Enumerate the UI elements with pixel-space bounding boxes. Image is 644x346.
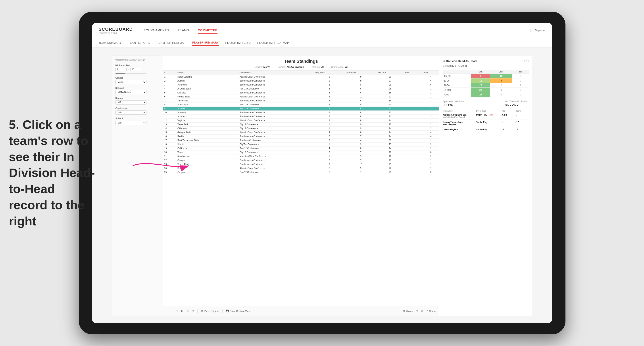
share-icon: ↗ [426,310,428,312]
table-row[interactable]: 12 Virginia Atlantic Coast Conference 3 … [163,119,439,123]
cell-school: Texas [176,151,238,155]
table-row[interactable]: 20 Texas Big 12 Conference 3 7 20 0 [163,151,439,155]
cell-no-tour: 18 [377,99,403,103]
eye-icon: 👁 [201,310,203,312]
cell-win: 0 [423,170,439,174]
cell-reg-rank: 3 [314,91,345,95]
cell-rnds [403,79,423,83]
paste-button[interactable]: ⊡ [186,310,188,312]
school-select[interactable]: (All) [116,121,146,125]
table-row[interactable]: 14 Oklahoma Big 12 Conference 1 9 24 2 [163,127,439,131]
nav-item-committee[interactable]: COMMITTEE [198,27,218,34]
table-row[interactable]: 21 New Mexico Mountain West Conference 1… [163,155,439,159]
sub-nav-team-h2h-heatmap[interactable]: TEAM H2H HEATMAP [157,40,186,45]
copy-button[interactable]: ⊞ [181,310,183,312]
table-row[interactable]: 23 Texas A&M Southeastern Conference 9 1… [163,163,439,166]
table-row[interactable]: 16 Florida Southeastern Conference 7 7 2… [163,135,439,139]
table-row[interactable]: 11 Arkansas Southeastern Conference 6 8 … [163,115,439,119]
redo-button[interactable]: ↪ [176,310,178,312]
cell-reg-rank: 4 [314,99,345,103]
table-row[interactable]: 17 East Tennessee State Southern Confere… [163,139,439,143]
cell-conference: Big 12 Conference [238,151,314,155]
table-row[interactable]: 10 Alabama Southeastern Conference 5 8 2… [163,111,439,115]
table-row[interactable]: 5 Ole Miss Southeastern Conference 3 6 1… [163,91,439,95]
table-row[interactable]: 6 Florida State Atlantic Coast Conferenc… [163,95,439,99]
table-row[interactable]: 1 North Carolina Atlantic Coast Conferen… [163,75,439,79]
tourn-col-pos: Pos [502,110,514,112]
cell-conf-rank: 9 [345,127,377,131]
bottom-toolbar: ↩ ⟩ ↪ ⊞ ⊡ ◷ 👁 View: Original [163,306,439,316]
h2h-team-name: University of Arizona [443,64,529,67]
redo-step-button[interactable]: ⟩ [172,310,172,312]
cell-rank: 17 [163,139,176,143]
table-row[interactable]: 7 Tennessee Southeastern Conference 4 6 … [163,99,439,103]
h2h-tournament-header: Tournament Event Type Pos Score [443,110,529,113]
table-row[interactable]: 3 Vanderbilt Southeastern Conference 2 8… [163,83,439,87]
cell-rank: 22 [163,159,176,163]
h2h-opponents-value: 99.1% [443,103,464,107]
division-select[interactable]: NCAA Division I [116,90,146,94]
table-row[interactable]: 19 California Pac-12 Conference 4 8 24 2 [163,147,439,151]
table-row[interactable]: 25 Oregon Pac-12 Conference 5 7 21 0 [163,170,439,174]
sub-nav-team-summary[interactable]: TEAM SUMMARY [99,40,122,45]
cell-conf-rank: 7 [345,135,377,139]
h2h-close-button[interactable]: ✕ [524,59,529,63]
view-original-button[interactable]: 👁 View: Original [201,310,219,312]
region-select[interactable]: N/A [116,100,146,105]
table-row[interactable]: 18 Illinois Big Ten Conference 1 9 23 3 [163,143,439,147]
region-filter: Region N/A [116,97,160,105]
rounds-slider[interactable] [116,73,146,74]
cell-rank: 19 [163,147,176,151]
conference-select[interactable]: (All) [116,111,146,115]
update-time: Update time: 27/03/2024 16:56:26 [116,59,160,61]
cell-win: 1 [423,139,439,143]
h2h-header: In Division Head-to-Head ✕ [443,59,529,63]
cell-rank: 4 [163,87,176,91]
table-row[interactable]: 2 Auburn Southeastern Conference 1 9 27 … [163,79,439,83]
h2h-tie-51-100: 0 [512,88,529,92]
h2h-col-label [443,70,472,74]
save-icon: 💾 [226,310,229,312]
cell-rnds [403,83,423,87]
sub-nav-player-h2h-grid[interactable]: PLAYER H2H GRID [225,40,251,45]
cell-conference: Pac-12 Conference [238,147,314,151]
table-row[interactable]: 9 Arizona Pac-12 Conference 5 8 23 3 [163,107,439,111]
watch-button[interactable]: 👁 Watch [403,310,413,312]
grid-button[interactable]: ⊞ [421,310,423,312]
max-rounds-input[interactable] [130,68,141,71]
cell-conf-rank: 9 [345,166,377,170]
nav-item-teams[interactable]: TEAMS [178,27,189,34]
table-row[interactable]: 13 Texas Tech Big 12 Conference 1 9 27 2 [163,123,439,127]
conference-filter: Conference (All) [116,107,160,115]
min-rounds-input[interactable] [116,68,126,71]
gender-select[interactable]: Men's [116,80,146,84]
table-row[interactable]: 8 Washington Pac-12 Conference 2 8 23 1 [163,103,439,107]
cell-win: 4 [423,131,439,135]
share-button[interactable]: ↗ Share [426,310,436,312]
h2h-opponents-section: Opponents in division: 99.1% [443,100,464,107]
cell-reg-rank: 5 [314,166,345,170]
sign-out-button[interactable]: Sign out [530,29,546,32]
table-row[interactable]: 15 Georgia Tech Atlantic Coast Conferenc… [163,131,439,135]
cell-rank: 8 [163,103,176,107]
sub-nav-team-h2h-grid[interactable]: TEAM H2H GRID [128,40,150,45]
layout-button[interactable]: □ [416,310,418,312]
cell-rank: 10 [163,111,176,115]
table-title: Team Standings [168,59,435,64]
tourn-name-1: Jackson T. Stephens Cup Men's Match Play… [443,114,476,118]
table-row[interactable]: 4 Arizona State Pac-12 Conference 4 6 26… [163,87,439,91]
table-row[interactable]: 24 Duke Atlantic Coast Conference 5 9 27… [163,166,439,170]
tourn-score-2: -17 [516,121,528,126]
sub-nav-player-h2h-heatmap[interactable]: PLAYER H2H HEATMAP [257,40,289,45]
clock-button[interactable]: ◷ [192,310,194,312]
table-area: Team Standings Gender: Men's Division: N… [163,55,439,316]
h2h-tie-26-50: 1 [512,83,529,88]
save-custom-view-button[interactable]: 💾 Save Custom View [226,310,250,312]
nav-item-tournaments[interactable]: TOURNAMENTS [144,27,169,34]
table-row[interactable]: 22 Georgia Southeastern Conference 8 7 2… [163,159,439,163]
sub-nav-player-summary[interactable]: PLAYER SUMMARY [192,40,218,46]
h2h-win-26-50: 25 [471,83,490,88]
cell-rnds [403,170,423,174]
undo-button[interactable]: ↩ [166,310,168,312]
cell-win: 3 [423,107,439,111]
